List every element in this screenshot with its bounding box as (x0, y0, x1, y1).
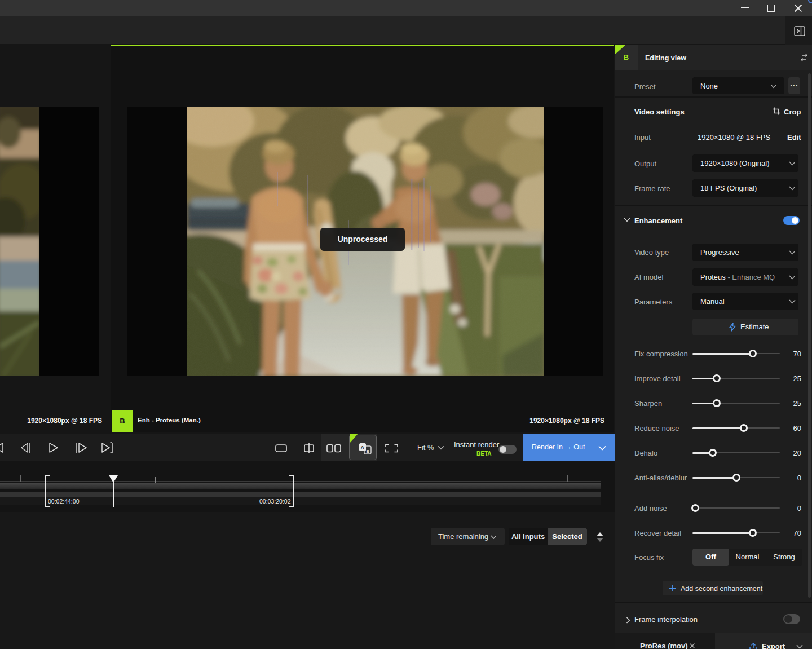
svg-text:A: A (361, 445, 365, 451)
svg-text:B: B (367, 449, 370, 454)
